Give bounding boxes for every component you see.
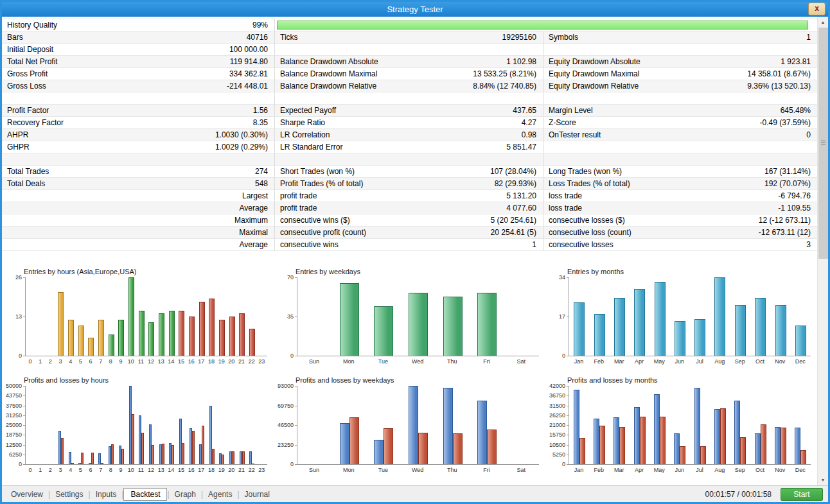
stat-value xyxy=(669,141,817,153)
x-axis-label: May xyxy=(649,467,669,473)
close-button[interactable]: x xyxy=(808,3,826,15)
vertical-scrollbar[interactable]: ▲ ▼ xyxy=(817,17,828,485)
y-axis-label: 13 xyxy=(2,313,22,320)
x-axis-label: 17 xyxy=(196,467,206,473)
chart-entries-by-months: Entries by months01734JanFebMarAprMayJun… xyxy=(545,267,817,376)
stat-label: Total Deals xyxy=(2,178,112,190)
y-axis-label: 31250 xyxy=(2,412,22,419)
bar xyxy=(654,394,660,464)
stat-value xyxy=(400,153,543,166)
y-axis-tick xyxy=(295,464,297,465)
bar xyxy=(349,417,359,464)
stat-label: History Quality xyxy=(2,19,112,31)
tab-overview[interactable]: Overview xyxy=(6,488,48,501)
x-axis-label: 16 xyxy=(186,358,197,365)
y-axis-label: 34 xyxy=(545,274,565,281)
y-axis-tick xyxy=(23,356,25,356)
x-axis-label: Dec xyxy=(790,467,811,473)
stat-label: Short Trades (won %) xyxy=(274,166,400,178)
x-axis-label: 15 xyxy=(176,358,186,365)
stat-label: loss trade xyxy=(543,202,669,214)
y-axis-label: 93000 xyxy=(274,383,294,389)
stat-value: 645.48% xyxy=(669,105,817,117)
bar xyxy=(675,321,685,356)
start-button[interactable]: Start xyxy=(781,488,823,501)
stat-label: Total Net Profit xyxy=(2,56,112,68)
stat-value: 19295160 xyxy=(400,31,543,44)
stat-label: consecutive losses xyxy=(543,239,669,251)
strategy-tester-window: Strategy Tester x History Quality99%Bars… xyxy=(0,0,830,504)
stats-row: Averageprofit trade4 077.60loss trade-1 … xyxy=(2,202,817,214)
stat-label: consecutive wins xyxy=(274,239,400,251)
y-axis-tick xyxy=(23,455,25,455)
bar xyxy=(91,453,94,464)
bar xyxy=(409,293,428,356)
tab-graph[interactable]: Graph xyxy=(170,488,201,501)
y-axis-tick xyxy=(23,395,25,396)
stat-value: 5 (20 254.61) xyxy=(400,214,543,227)
bar xyxy=(222,455,224,464)
x-axis-label: 20 xyxy=(226,467,236,473)
y-axis-label: 0 xyxy=(545,461,565,467)
x-axis-label: 12 xyxy=(146,358,156,365)
x-axis-label: Jul xyxy=(689,467,710,473)
y-axis-label: 25000 xyxy=(2,422,22,428)
stat-label: Profit Trades (% of total) xyxy=(274,178,400,190)
stat-label: Gross Loss xyxy=(2,80,112,92)
bar xyxy=(101,463,103,464)
stat-label: Recovery Factor xyxy=(2,117,112,129)
y-axis-label: 0 xyxy=(545,352,565,359)
bar xyxy=(634,407,640,464)
x-axis-label: Jan xyxy=(569,467,589,473)
x-axis-label: 12 xyxy=(146,467,156,473)
x-axis-label: Fri xyxy=(470,467,504,473)
stat-value xyxy=(112,153,274,166)
tab-journal[interactable]: Journal xyxy=(240,488,275,501)
y-axis-tick xyxy=(295,406,297,406)
stat-value: 1 xyxy=(400,239,543,251)
x-axis-label: 18 xyxy=(206,467,216,473)
tab-backtest[interactable]: Backtest xyxy=(123,488,167,501)
y-axis-label: 26 xyxy=(2,274,22,281)
bar xyxy=(579,438,585,464)
tab-settings[interactable]: Settings xyxy=(50,488,88,501)
chart-title: Profits and losses by weekdays xyxy=(296,376,394,384)
tab-agents[interactable]: Agents xyxy=(203,488,237,501)
y-axis-tick xyxy=(23,435,25,435)
x-axis-label: Thu xyxy=(435,358,470,365)
stats-row: Maximumconsecutive wins ($)5 (20 254.61)… xyxy=(2,214,817,227)
statusbar-right: 00:01:57 / 00:01:58 Start xyxy=(705,488,828,501)
bar xyxy=(384,428,393,464)
stat-label: Equity Drawdown Maximal xyxy=(543,68,669,80)
bar xyxy=(761,424,766,464)
bar xyxy=(619,427,625,464)
y-axis-label: 36750 xyxy=(545,392,565,399)
titlebar[interactable]: Strategy Tester x xyxy=(2,2,828,17)
y-axis-label: 0 xyxy=(2,352,22,359)
stat-value: 1.0030 (0.30%) xyxy=(112,129,274,141)
x-axis-label: Wed xyxy=(400,358,435,365)
y-axis-tick xyxy=(295,356,297,356)
backtest-results-panel: History Quality99%Bars40716Ticks19295160… xyxy=(2,17,828,485)
scroll-down-button[interactable]: ▼ xyxy=(818,474,828,485)
scrollbar-thumb[interactable] xyxy=(818,28,828,259)
stat-label: Expected Payoff xyxy=(274,105,400,117)
stat-label: Total Trades xyxy=(2,166,112,178)
tab-inputs[interactable]: Inputs xyxy=(91,488,122,501)
stat-label xyxy=(2,92,112,105)
x-axis-label: Jul xyxy=(689,358,710,365)
y-axis-tick xyxy=(567,277,569,278)
x-axis-label: 5 xyxy=(75,358,85,365)
stat-value: -1 109.55 xyxy=(669,202,817,214)
x-axis-label: Mar xyxy=(609,467,630,473)
stat-label xyxy=(274,153,400,166)
x-axis-label: Feb xyxy=(588,467,609,473)
bar xyxy=(58,292,64,356)
x-axis-label: Oct xyxy=(750,467,770,473)
scroll-up-button[interactable]: ▲ xyxy=(818,17,828,28)
bar xyxy=(714,277,725,356)
bar xyxy=(443,297,463,356)
y-axis-tick xyxy=(23,317,25,317)
bar xyxy=(487,430,497,464)
bar xyxy=(735,305,746,356)
